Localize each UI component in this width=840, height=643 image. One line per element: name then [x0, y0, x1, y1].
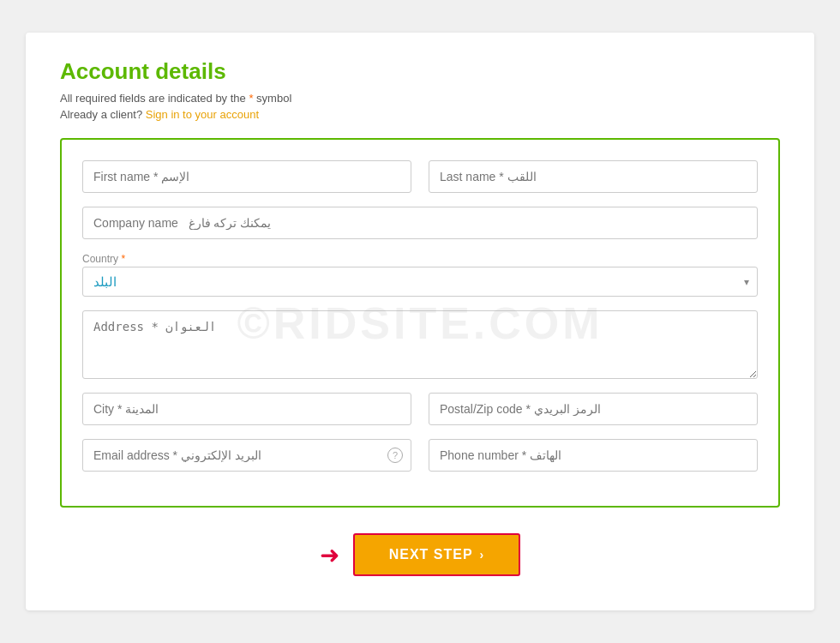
address-row	[82, 310, 758, 379]
signin-link[interactable]: Sign in to your account	[146, 108, 259, 121]
bottom-section: ➜ NEXT STEP ›	[60, 533, 780, 576]
required-note-text: All required fields are indicated by the	[60, 92, 246, 105]
address-group	[82, 310, 758, 379]
name-row	[82, 160, 758, 193]
phone-group	[429, 439, 758, 472]
first-name-input[interactable]	[82, 160, 411, 193]
email-phone-row: ?	[82, 439, 758, 472]
next-chevron-icon: ›	[480, 548, 485, 562]
postal-group	[429, 393, 758, 425]
country-select-wrap: البلد ▾	[82, 267, 758, 297]
form-box: ©RIDSITE.COM Country * البلد	[60, 138, 780, 508]
company-group	[82, 207, 758, 239]
email-group: ?	[82, 439, 411, 472]
city-input[interactable]	[82, 393, 411, 425]
help-icon[interactable]: ?	[387, 448, 403, 463]
next-step-label: NEXT STEP	[389, 547, 473, 562]
country-label: Country *	[82, 253, 758, 265]
city-postal-row	[82, 393, 758, 425]
last-name-input[interactable]	[429, 160, 758, 193]
signin-prompt: Already a client?	[60, 108, 142, 121]
last-name-group	[429, 160, 758, 193]
page-container: Account details All required fields are …	[26, 33, 814, 610]
required-note-end: symbol	[256, 92, 291, 105]
email-input-wrap: ?	[82, 439, 411, 472]
email-input[interactable]	[82, 439, 411, 472]
required-note: All required fields are indicated by the…	[60, 92, 780, 105]
address-input[interactable]	[82, 310, 758, 379]
next-step-button[interactable]: NEXT STEP ›	[353, 533, 521, 576]
phone-input[interactable]	[429, 439, 758, 472]
arrow-wrap: ➜	[320, 541, 345, 569]
country-required: *	[121, 253, 125, 265]
country-select[interactable]: البلد	[82, 267, 758, 297]
signin-line: Already a client? Sign in to your accoun…	[60, 108, 780, 121]
postal-input[interactable]	[429, 393, 758, 425]
country-group: Country * البلد ▾	[82, 253, 758, 297]
required-star: *	[249, 92, 256, 105]
arrow-right-icon: ➜	[320, 541, 339, 569]
company-row	[82, 207, 758, 239]
city-group	[82, 393, 411, 425]
first-name-group	[82, 160, 411, 193]
page-title: Account details	[60, 58, 780, 85]
company-name-input[interactable]	[82, 207, 758, 239]
